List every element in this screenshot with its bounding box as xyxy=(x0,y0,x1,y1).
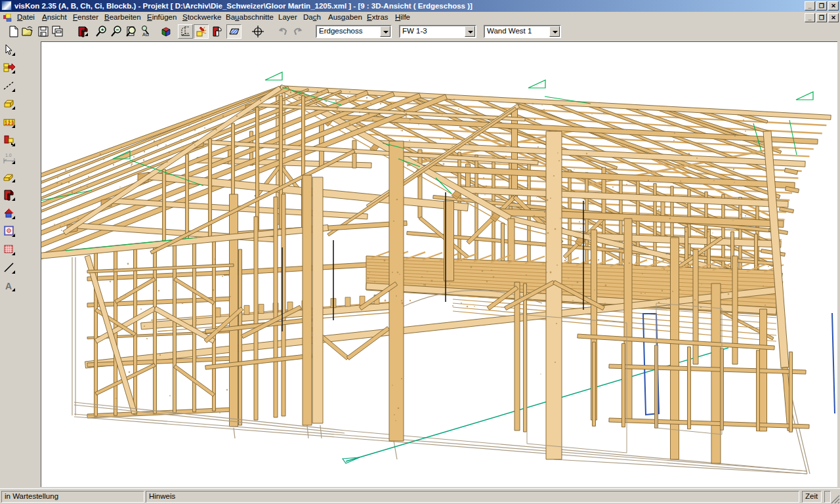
svg-text:AΩ: AΩ xyxy=(142,32,149,37)
svg-text:1.0: 1.0 xyxy=(5,153,12,158)
svg-text:+: + xyxy=(101,27,104,33)
svg-text:−: − xyxy=(116,27,119,33)
svg-text:A: A xyxy=(5,281,12,291)
